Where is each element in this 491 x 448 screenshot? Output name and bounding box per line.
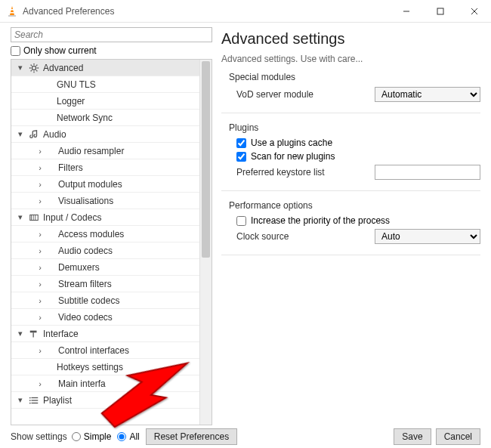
group-special-modules: Special modules VoD server module Automa… (221, 72, 480, 113)
tree-item-advanced[interactable]: ▾Advanced (11, 60, 199, 76)
tree-item-visualisations[interactable]: ›Visualisations (11, 193, 199, 209)
tree-item-control-interfaces[interactable]: ›Control interfaces (11, 342, 199, 359)
tree-item-label: Audio resampler (58, 146, 124, 156)
gear-icon (28, 62, 40, 74)
expand-icon[interactable]: › (36, 346, 45, 355)
tree-item-label: Advanced (43, 63, 83, 73)
expand-icon[interactable]: › (36, 163, 45, 172)
tree-item-label: Visualisations (58, 196, 113, 206)
radio-simple[interactable]: Simple (72, 431, 112, 442)
svg-rect-1 (8, 15, 16, 17)
clock-source-select[interactable]: Auto (375, 229, 480, 244)
search-input[interactable] (11, 27, 212, 42)
tree-item-output-modules[interactable]: ›Output modules (11, 176, 199, 193)
collapse-icon[interactable]: ▾ (16, 63, 25, 73)
use-plugins-cache-label: Use a plugins cache (251, 137, 332, 148)
tree-item-network-sync[interactable]: ·Network Sync (11, 110, 199, 126)
group-title: Plugins (229, 122, 480, 133)
expand-icon[interactable]: › (36, 196, 45, 205)
tree-item-audio-codecs[interactable]: ›Audio codecs (11, 243, 199, 259)
keystore-input[interactable] (375, 165, 480, 180)
reset-preferences-button[interactable]: Reset Preferences (146, 428, 237, 445)
cancel-button[interactable]: Cancel (436, 428, 480, 445)
svg-point-19 (29, 400, 31, 401)
tree-item-label: Input / Codecs (43, 212, 101, 223)
collapse-icon[interactable]: ▾ (16, 129, 25, 139)
tree-item-label: Hotkeys settings (57, 362, 123, 372)
minimize-button[interactable] (389, 0, 423, 23)
left-pane: Only show current ▾Advanced·GNU TLS·Logg… (0, 23, 215, 425)
bottom-bar: Show settings Simple All Reset Preferenc… (0, 425, 491, 448)
codec-icon (28, 212, 40, 224)
only-show-current-checkbox[interactable] (11, 46, 20, 56)
increase-priority-label: Increase the priority of the process (251, 215, 390, 226)
tree-item-label: GNU TLS (57, 79, 96, 90)
save-button[interactable]: Save (394, 428, 431, 445)
tree-item-label: Audio (43, 129, 66, 140)
group-plugins: Plugins Use a plugins cache Scan for new… (221, 122, 480, 191)
tree-item-label: Playlist (43, 395, 72, 406)
settings-subtitle: Advanced settings. Use with care... (221, 54, 480, 64)
radio-all-input[interactable] (117, 432, 126, 441)
note-icon (28, 128, 40, 141)
collapse-icon[interactable]: ▾ (16, 329, 25, 338)
tree-item-label: Audio codecs (58, 246, 113, 256)
expand-icon[interactable]: › (36, 296, 45, 305)
expand-icon[interactable]: › (36, 230, 45, 239)
only-show-current-label: Only show current (23, 45, 97, 56)
svg-point-18 (29, 397, 31, 398)
expand-icon[interactable]: › (36, 180, 45, 189)
tree-scrollbar[interactable] (199, 60, 212, 425)
tree-item-video-codecs[interactable]: ›Video codecs (11, 309, 199, 326)
maximize-button[interactable] (423, 0, 457, 23)
tree-item-audio-resampler[interactable]: ›Audio resampler (11, 143, 199, 159)
tree-item-stream-filters[interactable]: ›Stream filters (11, 276, 199, 292)
right-pane: Advanced settings Advanced settings. Use… (215, 23, 491, 425)
expand-icon[interactable]: › (36, 147, 45, 156)
svg-rect-3 (11, 12, 14, 14)
tree-item-input-codecs[interactable]: ▾Input / Codecs (11, 209, 199, 226)
svg-point-8 (32, 66, 36, 70)
scan-plugins-checkbox[interactable] (236, 152, 246, 162)
increase-priority-checkbox[interactable] (236, 216, 246, 226)
tree-item-hotkeys-settings[interactable]: ·Hotkeys settings (11, 359, 199, 375)
tree-item-access-modules[interactable]: ›Access modules (11, 226, 199, 243)
tree-item-filters[interactable]: ›Filters (11, 159, 199, 176)
expand-icon[interactable]: › (36, 263, 45, 272)
radio-simple-input[interactable] (72, 432, 81, 441)
tree-item-label: Control interfaces (58, 345, 129, 356)
tree-item-interface[interactable]: ▾Interface (11, 326, 199, 342)
expand-icon[interactable]: › (36, 280, 45, 289)
expand-icon[interactable]: › (36, 379, 45, 388)
tree-item-label: Video codecs (58, 312, 113, 323)
tree-item-demuxers[interactable]: ›Demuxers (11, 259, 199, 276)
vod-select[interactable]: Automatic (375, 87, 480, 102)
collapse-icon[interactable]: ▾ (16, 212, 25, 222)
radio-all[interactable]: All (117, 431, 139, 442)
use-plugins-cache-checkbox[interactable] (236, 138, 246, 148)
tree-item-subtitle-codecs[interactable]: ›Subtitle codecs (11, 292, 199, 309)
svg-point-20 (29, 402, 31, 403)
expand-icon[interactable]: › (36, 246, 45, 255)
tree-item-label: Network Sync (57, 113, 113, 123)
svg-rect-2 (11, 9, 14, 11)
keystore-label: Preferred keystore list (229, 167, 375, 178)
tree-item-label: Logger (57, 96, 85, 107)
group-title: Performance options (229, 200, 480, 211)
expand-icon[interactable]: › (36, 313, 45, 322)
tree-item-audio[interactable]: ▾Audio (11, 126, 199, 143)
group-performance: Performance options Increase the priorit… (221, 200, 480, 255)
scan-plugins-label: Scan for new plugins (251, 151, 335, 162)
preferences-tree: ▾Advanced·GNU TLS·Logger·Network Sync▾Au… (11, 59, 212, 425)
settings-heading: Advanced settings (221, 30, 480, 48)
tree-item-logger[interactable]: ·Logger (11, 93, 199, 110)
tree-item-gnu-tls[interactable]: ·GNU TLS (11, 76, 199, 93)
collapse-icon[interactable]: ▾ (16, 395, 25, 405)
vlc-cone-icon (6, 5, 18, 17)
scrollbar-thumb[interactable] (202, 61, 210, 258)
tree-item-main-interfa[interactable]: ›Main interfa (11, 375, 199, 392)
tree-item-label: Subtitle codecs (58, 295, 119, 306)
tree-item-playlist[interactable]: ▾Playlist (11, 392, 199, 409)
titlebar: Advanced Preferences (0, 0, 491, 23)
close-button[interactable] (457, 0, 491, 23)
